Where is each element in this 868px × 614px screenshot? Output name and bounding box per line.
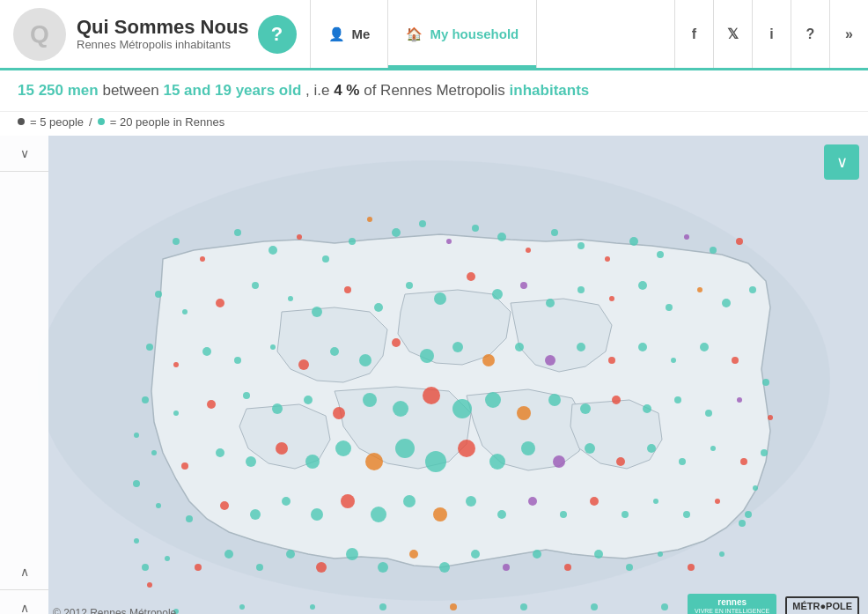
svg-point-71 xyxy=(333,407,345,419)
copyright-text: © 2012 Rennes Métropole xyxy=(53,607,176,615)
svg-point-3 xyxy=(200,256,205,262)
svg-point-126 xyxy=(195,564,202,571)
svg-point-135 xyxy=(471,550,480,559)
twitter-icon[interactable]: 𝕏 xyxy=(713,0,752,68)
svg-point-167 xyxy=(761,449,768,456)
svg-point-118 xyxy=(560,511,567,518)
stats-between: between xyxy=(102,82,163,99)
svg-point-140 xyxy=(626,564,633,571)
svg-point-141 xyxy=(658,551,663,557)
svg-point-55 xyxy=(452,342,463,352)
svg-point-15 xyxy=(526,248,531,253)
svg-point-107 xyxy=(220,501,229,510)
svg-point-34 xyxy=(467,272,475,281)
svg-point-127 xyxy=(224,550,233,559)
svg-point-82 xyxy=(674,396,681,403)
svg-point-56 xyxy=(482,354,495,366)
facebook-icon[interactable]: f xyxy=(674,0,713,68)
map-copyright: © 2012 Rennes Métropole xyxy=(53,607,176,615)
svg-point-37 xyxy=(546,299,555,307)
sidebar-toggle-1[interactable]: ∨ xyxy=(0,141,48,166)
svg-point-70 xyxy=(304,396,313,404)
more-icon[interactable]: » xyxy=(829,0,868,68)
sidebar-toggle-2[interactable]: ∧ xyxy=(0,559,48,584)
map-container[interactable]: ∨ ∧ ∧ xyxy=(0,136,868,615)
svg-point-46 xyxy=(173,362,179,367)
svg-point-53 xyxy=(392,338,401,347)
svg-point-97 xyxy=(521,441,535,455)
svg-point-42 xyxy=(697,287,702,292)
svg-point-160 xyxy=(134,538,139,544)
question-icon[interactable]: ? xyxy=(791,0,829,68)
svg-point-11 xyxy=(419,220,426,227)
svg-point-143 xyxy=(719,551,725,557)
svg-point-62 xyxy=(671,358,676,363)
stats-percentage: 4 % xyxy=(334,82,359,99)
social-icons: f 𝕏 i ? » xyxy=(674,0,868,68)
svg-point-22 xyxy=(710,247,717,254)
svg-point-88 xyxy=(246,456,256,467)
svg-point-100 xyxy=(616,457,625,466)
svg-point-87 xyxy=(216,448,224,457)
svg-point-128 xyxy=(256,564,263,571)
svg-point-131 xyxy=(346,548,358,560)
svg-point-90 xyxy=(305,455,320,469)
header: Q Qui Sommes Nous Rennes Métropolis inha… xyxy=(0,0,868,70)
svg-point-106 xyxy=(186,515,193,522)
svg-point-77 xyxy=(517,406,531,420)
sidebar-section-3: ∧ xyxy=(0,590,48,615)
svg-point-111 xyxy=(341,494,355,508)
svg-point-72 xyxy=(363,393,377,407)
svg-point-156 xyxy=(591,603,598,610)
stats-qualifier: inhabitants xyxy=(510,82,590,99)
info-icon[interactable]: i xyxy=(752,0,791,68)
svg-point-138 xyxy=(564,564,571,571)
svg-point-25 xyxy=(182,309,188,314)
tab-me[interactable]: 👤 Me xyxy=(311,0,389,68)
svg-point-7 xyxy=(322,255,329,263)
svg-point-18 xyxy=(605,256,610,262)
svg-point-132 xyxy=(378,562,388,573)
svg-point-123 xyxy=(715,499,720,504)
app-title: Qui Sommes Nous xyxy=(77,17,249,38)
svg-point-163 xyxy=(133,480,140,487)
svg-point-41 xyxy=(666,304,673,311)
svg-point-39 xyxy=(609,296,614,301)
sidebar-section-1: ∨ xyxy=(0,136,48,172)
legend-label-2: = 20 people in Rennes xyxy=(110,115,224,129)
svg-point-133 xyxy=(409,550,418,559)
app-title-group: Qui Sommes Nous Rennes Métropolis inhabi… xyxy=(77,17,249,51)
legend-label-1: = 5 people xyxy=(30,115,84,129)
svg-point-83 xyxy=(705,410,712,417)
svg-point-57 xyxy=(515,343,524,351)
svg-point-125 xyxy=(165,556,170,561)
svg-point-102 xyxy=(679,458,686,465)
sidebar-toggle-3[interactable]: ∧ xyxy=(0,596,48,615)
svg-point-75 xyxy=(452,399,472,418)
nav-tabs: 👤 Me 🏠 My household xyxy=(310,0,538,68)
tab-household[interactable]: 🏠 My household xyxy=(388,0,537,68)
svg-point-117 xyxy=(528,497,537,506)
svg-point-104 xyxy=(740,458,747,465)
svg-point-139 xyxy=(594,550,603,559)
stats-city: Rennes Metropolis xyxy=(380,82,505,99)
svg-point-124 xyxy=(745,511,752,518)
svg-point-162 xyxy=(147,582,152,588)
svg-point-67 xyxy=(207,400,216,409)
expand-button[interactable]: ∨ xyxy=(824,144,859,180)
svg-point-91 xyxy=(335,440,351,456)
svg-point-8 xyxy=(349,238,356,245)
help-button[interactable]: ? xyxy=(258,15,297,54)
svg-point-58 xyxy=(545,355,555,366)
svg-point-27 xyxy=(252,282,259,289)
svg-point-122 xyxy=(683,511,690,518)
svg-point-152 xyxy=(450,603,457,610)
svg-point-169 xyxy=(739,520,746,527)
svg-point-14 xyxy=(497,233,506,241)
tab-me-label: Me xyxy=(352,26,371,41)
svg-point-146 xyxy=(239,604,245,610)
svg-point-33 xyxy=(434,292,446,305)
svg-point-13 xyxy=(472,225,479,232)
svg-point-78 xyxy=(548,394,561,406)
legend-dot-2 xyxy=(98,118,105,125)
